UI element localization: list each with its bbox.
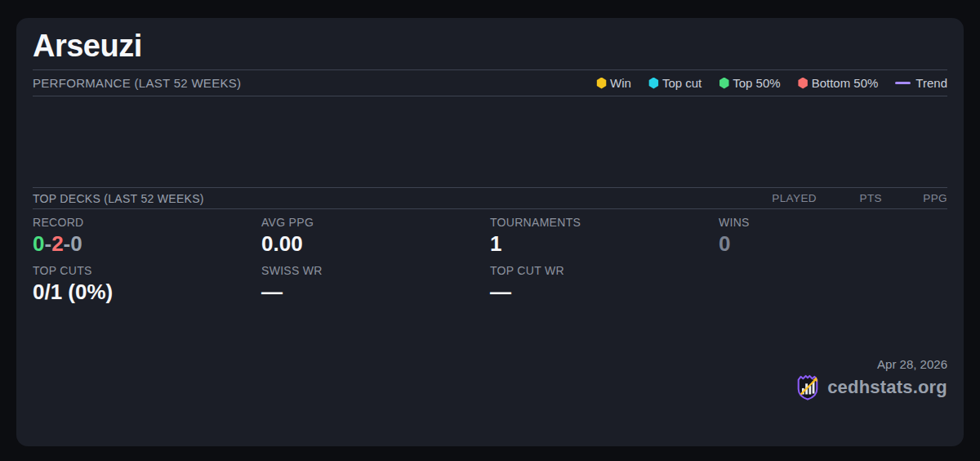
card-footer: Apr 28, 2026 cedhstats.org (719, 351, 947, 447)
top-decks-heading: TOP DECKS (LAST 52 WEEKS) (33, 192, 204, 205)
stat-label: TOP CUTS (33, 264, 261, 277)
stats-grid: RECORD 0-2-0 TOP CUTS 0/1 (0%) AVG PPG 0… (33, 209, 947, 446)
trend-line-icon (895, 82, 911, 84)
tournaments-value: 1 (490, 230, 719, 257)
page-background: Arseuzi PERFORMANCE (LAST 52 WEEKS) Win … (0, 0, 980, 461)
chart-legend: Win Top cut Top 50% Bottom 50% Trend (596, 76, 947, 90)
column-header-pts: PTS (817, 192, 882, 204)
column-header-ppg: PPG (882, 192, 947, 204)
top-cuts-value: 0/1 (0%) (33, 279, 261, 306)
player-stats-card: Arseuzi PERFORMANCE (LAST 52 WEEKS) Win … (16, 18, 964, 446)
legend-item-bottom-50: Bottom 50% (798, 76, 879, 90)
stat-label: RECORD (33, 216, 261, 229)
record-value: 0-2-0 (33, 230, 261, 257)
column-header-played: PLAYED (751, 192, 817, 204)
player-name: Arseuzi (33, 25, 947, 69)
legend-label: Top cut (662, 76, 702, 90)
stat-label: TOP CUT WR (490, 264, 719, 277)
cedhstats-shield-logo-icon (795, 374, 821, 401)
legend-label: Trend (915, 76, 947, 90)
legend-item-top-50: Top 50% (719, 76, 780, 90)
top-decks-column-headers: PLAYED PTS PPG (751, 192, 947, 204)
record-separator: - (44, 231, 51, 256)
legend-label: Win (610, 76, 631, 90)
win-marker-icon (596, 78, 607, 89)
top-cut-marker-icon (648, 78, 659, 89)
bottom-50-marker-icon (798, 78, 808, 89)
legend-item-win: Win (596, 76, 631, 90)
top-decks-section-header: TOP DECKS (LAST 52 WEEKS) PLAYED PTS PPG (33, 187, 947, 209)
stat-label: WINS (719, 216, 947, 229)
top-50-marker-icon (719, 78, 729, 89)
stat-wins: WINS 0 (719, 209, 947, 351)
performance-heading: PERFORMANCE (LAST 52 WEEKS) (33, 76, 241, 90)
performance-chart-plot-area (33, 96, 947, 187)
record-draws: 0 (70, 231, 82, 256)
wins-value: 0 (719, 230, 947, 257)
brand-name: cedhstats.org (827, 377, 947, 398)
stat-avg-ppg: AVG PPG 0.00 SWISS WR — (261, 209, 490, 351)
stat-record: RECORD 0-2-0 TOP CUTS 0/1 (0%) (33, 209, 261, 351)
stat-label: SWISS WR (261, 264, 490, 277)
brand-row: cedhstats.org (795, 374, 947, 401)
legend-item-trend: Trend (895, 76, 947, 90)
avg-ppg-value: 0.00 (261, 230, 490, 257)
record-losses: 2 (51, 231, 63, 256)
swiss-wr-value: — (261, 279, 490, 306)
legend-item-top-cut: Top cut (648, 76, 702, 90)
legend-label: Top 50% (733, 76, 780, 90)
performance-section-header: PERFORMANCE (LAST 52 WEEKS) Win Top cut … (33, 69, 947, 96)
top-cut-wr-value: — (490, 279, 719, 306)
record-wins: 0 (33, 231, 44, 256)
stat-label: TOURNAMENTS (490, 216, 719, 229)
stat-label: AVG PPG (261, 216, 490, 229)
date-label: Apr 28, 2026 (877, 358, 947, 371)
legend-label: Bottom 50% (812, 76, 879, 90)
record-separator: - (64, 231, 71, 256)
stat-tournaments: TOURNAMENTS 1 TOP CUT WR — (490, 209, 719, 351)
